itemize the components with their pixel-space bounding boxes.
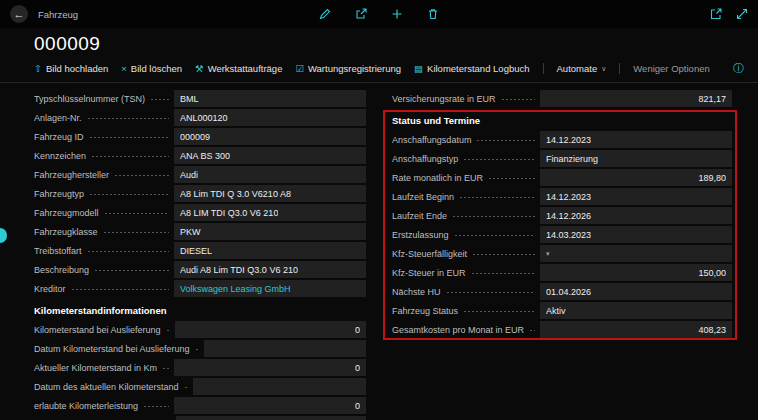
field-row: Laufzeit Beginn ▾ 14.12.2023 [392,188,732,205]
fewer-options-button[interactable]: Weniger Optionen [633,63,709,74]
field-label: Kfz-Steuer in EUR [392,268,466,278]
field-row: Kilometerstand bei Auslieferung ▾ 0 [34,321,366,338]
field-input[interactable]: ▾ [193,378,366,395]
field-value: ANL000120 [180,113,228,123]
field-label: Erstzulassung [392,230,449,240]
field-input[interactable]: ▾ [540,245,732,262]
chevron-down-icon: ▾ [546,250,550,258]
field-row: Anschaffungstyp ▾ Finanzierung [392,150,732,167]
dotted-leader [114,174,169,177]
field-value: 0 [355,363,360,373]
dotted-leader [501,98,535,101]
field-row: Anschaffungsdatum ▾ 14.12.2023 [392,131,732,148]
resize-icon[interactable] [736,8,748,20]
action-bar: ⇧ Bild hochladen × Bild löschen ⚒ Werkst… [0,58,758,83]
field-row: Rate monatlich in EUR ▾ 189,80 [392,169,732,186]
status-field-rows: Anschaffungsdatum ▾ 14.12.2023 Anschaffu… [392,131,732,338]
field-row: Kfz-Steuerfälligkeit ▾ [392,245,732,262]
dotted-leader [446,291,535,294]
field-label: Datum des aktuellen Kilometerstand [34,382,179,392]
field-input[interactable]: ▾ 14.03.2023 [540,226,732,243]
field-input[interactable]: ▾ DIESEL [174,242,366,259]
card-content: Typschlüsselnummer (TSN) ▾ BML Anlagen-N… [0,83,758,420]
share-icon[interactable] [355,8,367,20]
add-icon[interactable] [391,8,403,20]
field-input[interactable]: ▾ Audi [174,166,366,183]
field-input[interactable]: ▾ PKW [174,223,366,240]
field-input[interactable]: ▾ A8 LIM TDI Q3.0 V6 210 [174,204,366,221]
action-wartungsregistrierung[interactable]: ☑ Wartungsregistrierung [295,63,401,74]
automate-label: Automate [557,63,598,74]
action-bild-hochladen[interactable]: ⇧ Bild hochladen [34,63,108,74]
field-input[interactable]: ▾ Finanzierung [540,150,732,167]
dotted-leader [459,196,535,199]
field-input[interactable]: ▾ 0 [176,416,366,420]
field-input[interactable]: ▾ 01.04.2026 [540,283,732,300]
field-input[interactable]: ▾ 150,00 [540,264,732,281]
field-input[interactable]: ▾ Aktiv [540,302,732,319]
field-label: Nächste HU [392,287,441,297]
back-arrow-icon: ← [14,8,25,20]
field-input[interactable]: ▾ 14.12.2026 [540,207,732,224]
field-input[interactable]: ▾ 0 [175,321,366,338]
field-input[interactable]: ▾ ANA BS 300 [174,147,366,164]
action-kilometerstand-logbuch[interactable]: ▤ Kilometerstand Logbuch [414,63,529,74]
field-value: 408,23 [698,325,726,335]
field-row: Typschlüsselnummer (TSN) ▾ BML [34,90,366,107]
window-controls [710,8,748,20]
field-value: BML [180,94,199,104]
action-bild-loeschen[interactable]: × Bild löschen [121,63,182,74]
field-row: Fahrzeughersteller ▾ Audi [34,166,366,183]
info-icon[interactable]: ⓘ [733,61,744,76]
dotted-leader [476,139,535,142]
dotted-leader [150,98,169,101]
dotted-leader [104,212,169,215]
dotted-leader [184,386,188,389]
field-label: Kfz-Steuerfälligkeit [392,249,467,259]
field-input[interactable]: ▾ [204,340,366,357]
field-row: Fahrzeugtyp ▾ A8 Lim TDI Q 3.0 V6210 A8 [34,185,366,202]
field-row: Datum Kilometerstand bei Auslieferung ▾ [34,340,366,357]
field-value: 14.03.2023 [546,230,591,240]
dotted-leader [89,136,169,139]
field-input[interactable]: ▾ 408,23 [540,321,732,338]
delete-icon[interactable] [427,8,439,20]
field-input[interactable]: ▾ Volkswagen Leasing GmbH [174,280,366,297]
action-divider [543,63,544,74]
field-value[interactable]: Volkswagen Leasing GmbH [180,284,291,294]
field-label: Kreditor [34,284,66,294]
field-value: 150,00 [698,268,726,278]
field-input[interactable]: ▾ 0 [174,397,366,414]
field-value: 189,80 [698,173,726,183]
status-fields-column: Versicherungsrate in EUR ▾ 821,17 Status… [392,90,732,420]
action-werkstattauftraege[interactable]: ⚒ Werkstattaufträge [195,63,282,74]
field-input[interactable]: ▾ BML [174,90,366,107]
edit-pencil-icon[interactable] [319,8,331,20]
field-input[interactable]: ▾ 189,80 [540,169,732,186]
status-section: Status und Termine Anschaffungsdatum ▾ 1… [392,115,732,338]
top-bar: ← Fahrzeug [0,0,758,28]
back-button[interactable]: ← [10,5,28,23]
field-label: Kilometerstand bei Auslieferung [34,325,161,335]
field-input[interactable]: ▾ ANL000120 [174,109,366,126]
field-input[interactable]: ▾ 000009 [174,128,366,145]
chevron-down-icon: ∨ [601,65,606,73]
field-input[interactable]: ▾ 14.12.2023 [540,131,732,148]
field-input[interactable]: ▾ Audi A8 Lim TDI Q3.0 V6 210 [174,261,366,278]
field-label: Laufzeit Beginn [392,192,454,202]
field-input[interactable]: ▾ 14.12.2023 [540,188,732,205]
field-input[interactable]: ▾ 0 [174,359,366,376]
field-label: Anschaffungsdatum [392,135,471,145]
automate-menu[interactable]: Automate ∨ [557,63,607,74]
field-input[interactable]: ▾ A8 Lim TDI Q 3.0 V6210 A8 [174,185,366,202]
field-value: A8 LIM TDI Q3.0 V6 210 [180,208,278,218]
field-label: Laufzeit Ende [392,211,447,221]
field-value: 000009 [180,132,210,142]
field-row: Erstzulassung ▾ 14.03.2023 [392,226,732,243]
dotted-leader [454,234,535,237]
open-in-new-icon[interactable] [710,8,722,20]
field-row: Aktueller Kilometerstand in Km ▾ 0 [34,359,366,376]
action-icon: ▤ [414,63,423,74]
dotted-leader [162,367,169,370]
field-input[interactable]: ▾ 821,17 [540,90,732,107]
